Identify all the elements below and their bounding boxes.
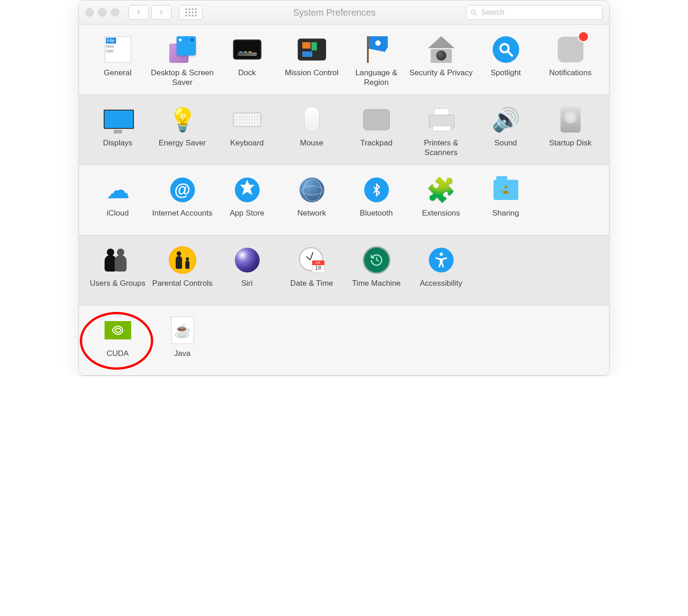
pref-item-desktop[interactable]: Desktop & Screen Saver (150, 34, 215, 88)
svg-line-3 (508, 52, 513, 57)
pref-item-notifications[interactable]: Notifications (538, 34, 603, 88)
pref-item-label: Printers & Scanners (409, 138, 473, 158)
pref-item-label: Sound (494, 138, 517, 158)
pref-row: ☁iCloud@Internet AccountsApp StoreNetwor… (79, 165, 609, 235)
users-icon (102, 244, 133, 276)
pref-item-mission[interactable]: Mission Control (279, 34, 344, 88)
extensions-icon: 🧩 (426, 174, 457, 205)
pref-item-network[interactable]: Network (279, 174, 344, 228)
pref-item-label: Startup Disk (549, 138, 592, 158)
pref-row: Displays💡Energy SaverKeyboardMouseTrackp… (79, 95, 609, 165)
close-window-button[interactable] (85, 8, 94, 17)
general-icon: FileNewOpe (102, 34, 133, 65)
notifications-icon (555, 34, 586, 65)
pref-item-energy[interactable]: 💡Energy Saver (150, 104, 215, 158)
pref-item-siri[interactable]: Siri (215, 244, 279, 299)
pref-item-label: iCloud (106, 208, 128, 228)
window-controls (85, 8, 119, 17)
pref-item-startup[interactable]: Startup Disk (538, 104, 603, 158)
pref-item-keyboard[interactable]: Keyboard (215, 104, 279, 158)
pref-item-displays[interactable]: Displays (85, 104, 150, 158)
siri-icon (232, 244, 263, 276)
pref-item-language[interactable]: Language & Region (344, 34, 409, 88)
svg-point-2 (500, 44, 509, 52)
pref-item-security[interactable]: Security & Privacy (409, 34, 473, 88)
accessibility-icon (426, 244, 457, 276)
mission-icon (296, 34, 327, 65)
pref-item-label: Siri (241, 278, 253, 299)
svg-line-6 (377, 260, 379, 261)
pref-item-java[interactable]: ☕Java (150, 315, 215, 369)
minimize-window-button[interactable] (98, 8, 106, 17)
pref-item-spotlight[interactable]: Spotlight (473, 34, 538, 88)
displays-icon (102, 104, 133, 135)
pref-item-label: Internet Accounts (152, 208, 212, 228)
pref-item-bluetooth[interactable]: Bluetooth (344, 174, 409, 228)
pref-item-label: Sharing (492, 208, 519, 228)
pref-row: FileNewOpeGeneralDesktop & Screen SaverD… (79, 25, 609, 95)
mouse-icon (296, 104, 327, 135)
pref-item-label: Mouse (300, 138, 323, 158)
pref-item-label: Accessibility (420, 278, 462, 299)
pref-item-datetime[interactable]: JUL18Date & Time (279, 244, 344, 299)
notification-badge (579, 32, 588, 41)
pref-item-label: Notifications (549, 68, 592, 88)
pref-item-timemachine[interactable]: Time Machine (344, 244, 409, 299)
pref-item-label: Users & Groups (90, 278, 145, 299)
zoom-window-button[interactable] (111, 8, 119, 17)
pref-item-label: Displays (103, 138, 132, 158)
pref-item-cuda[interactable]: CUDA (85, 315, 150, 369)
pref-item-label: Time Machine (352, 278, 400, 299)
pref-item-label: Java (174, 349, 191, 369)
pref-item-label: Parental Controls (152, 278, 212, 299)
appstore-icon (232, 174, 263, 205)
sharing-icon (490, 174, 522, 205)
printers-icon (426, 104, 457, 135)
pref-item-extensions[interactable]: 🧩Extensions (409, 174, 473, 228)
keyboard-icon (232, 104, 263, 135)
pref-row: Users & GroupsParental ControlsSiriJUL18… (79, 235, 609, 305)
datetime-icon: JUL18 (296, 244, 327, 276)
pref-item-mouse[interactable]: Mouse (279, 104, 344, 158)
show-all-button[interactable] (179, 5, 203, 20)
pref-item-label: Security & Privacy (410, 68, 473, 88)
timemachine-icon (361, 244, 392, 276)
svg-point-7 (439, 253, 443, 256)
desktop-icon (167, 34, 198, 65)
dock-icon (232, 34, 263, 65)
pref-item-internet[interactable]: @Internet Accounts (150, 174, 215, 228)
language-icon (361, 34, 392, 65)
pref-item-label: Keyboard (230, 138, 264, 158)
pref-item-appstore[interactable]: App Store (215, 174, 279, 228)
forward-button[interactable] (151, 5, 172, 20)
parental-icon (167, 244, 198, 276)
pref-item-label: App Store (230, 208, 265, 228)
pref-item-dock[interactable]: Dock (215, 34, 279, 88)
pref-item-sound[interactable]: 🔊Sound (473, 104, 538, 158)
svg-point-4 (505, 186, 507, 189)
icloud-icon: ☁ (102, 174, 133, 205)
pref-item-label: Energy Saver (159, 138, 206, 158)
network-icon (296, 174, 327, 205)
pref-item-users[interactable]: Users & Groups (85, 244, 150, 299)
sound-icon: 🔊 (490, 104, 522, 135)
pref-item-accessibility[interactable]: Accessibility (409, 244, 473, 299)
pref-item-printers[interactable]: Printers & Scanners (409, 104, 473, 158)
back-button[interactable] (128, 5, 149, 20)
pref-item-parental[interactable]: Parental Controls (150, 244, 215, 299)
internet-icon: @ (167, 174, 198, 205)
pref-item-general[interactable]: FileNewOpeGeneral (85, 34, 150, 88)
svg-point-0 (472, 10, 475, 14)
energy-icon: 💡 (167, 104, 198, 135)
trackpad-icon (361, 104, 392, 135)
search-input[interactable] (480, 8, 599, 17)
pref-item-label: Language & Region (344, 68, 409, 88)
pref-item-icloud[interactable]: ☁iCloud (85, 174, 150, 228)
java-icon: ☕ (167, 315, 198, 346)
pref-item-label: Dock (238, 68, 256, 88)
pref-item-trackpad[interactable]: Trackpad (344, 104, 409, 158)
pref-row: CUDA☕Java (79, 305, 609, 376)
search-field[interactable] (466, 5, 603, 20)
grid-icon (185, 8, 197, 17)
pref-item-sharing[interactable]: Sharing (473, 174, 538, 228)
